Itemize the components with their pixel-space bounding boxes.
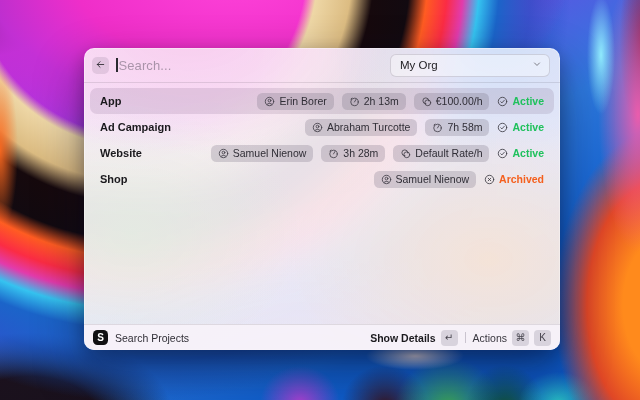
project-row[interactable]: Ad CampaignAbraham Turcotte7h 58mActive xyxy=(90,114,554,140)
badge-text: Abraham Turcotte xyxy=(327,121,410,133)
project-name: Website xyxy=(100,147,142,159)
badge-text: Samuel Nienow xyxy=(396,173,470,185)
user-icon xyxy=(381,174,392,185)
time-icon xyxy=(349,96,360,107)
actions-menu-action[interactable]: Actions ⌘ K xyxy=(473,330,551,346)
user-icon xyxy=(264,96,275,107)
time-icon xyxy=(328,148,339,159)
project-row[interactable]: ShopSamuel NienowArchived xyxy=(90,166,554,192)
badge-text: Erin Borer xyxy=(279,95,326,107)
user-icon xyxy=(312,122,323,133)
status-badge: Active xyxy=(497,147,544,159)
empty-results-area xyxy=(84,192,560,324)
k-key-icon: K xyxy=(534,330,551,346)
user-badge: Samuel Nienow xyxy=(374,171,477,188)
status-badge: Active xyxy=(497,121,544,133)
project-name: App xyxy=(100,95,121,107)
time-icon xyxy=(432,122,443,133)
rate-icon xyxy=(400,148,411,159)
status-label: Active xyxy=(512,121,544,133)
row-meta: Samuel NienowArchived xyxy=(374,171,544,188)
user-badge: Erin Borer xyxy=(257,93,333,110)
search-command-palette: Search... My Org AppErin Borer2h 13m€100… xyxy=(84,48,560,350)
project-name: Shop xyxy=(100,173,128,185)
show-details-action[interactable]: Show Details ↵ xyxy=(370,330,457,346)
status-label: Archived xyxy=(499,173,544,185)
check-circle-icon xyxy=(497,148,508,159)
palette-header: Search... My Org xyxy=(84,48,560,83)
check-circle-icon xyxy=(497,96,508,107)
rate-badge: €100.00/h xyxy=(414,93,490,110)
time-badge: 2h 13m xyxy=(342,93,406,110)
status-badge: Archived xyxy=(484,173,544,185)
actions-label: Actions xyxy=(473,332,507,344)
row-meta: Abraham Turcotte7h 58mActive xyxy=(305,119,544,136)
rate-badge: Default Rate/h xyxy=(393,145,489,162)
project-name: Ad Campaign xyxy=(100,121,171,133)
arrow-left-icon xyxy=(95,56,106,74)
x-circle-icon xyxy=(484,174,495,185)
row-meta: Samuel Nienow3h 28mDefault Rate/hActive xyxy=(211,145,544,162)
check-circle-icon xyxy=(497,122,508,133)
search-input[interactable]: Search... xyxy=(116,58,383,73)
app-logo-icon: S xyxy=(93,330,108,345)
badge-text: 2h 13m xyxy=(364,95,399,107)
show-details-label: Show Details xyxy=(370,332,435,344)
user-icon xyxy=(218,148,229,159)
status-label: Active xyxy=(512,95,544,107)
search-placeholder: Search... xyxy=(119,58,172,73)
return-key-icon: ↵ xyxy=(441,330,458,346)
chevron-down-icon xyxy=(532,59,542,71)
badge-text: 7h 58m xyxy=(447,121,482,133)
footer-actions: Show Details ↵ Actions ⌘ K xyxy=(370,330,551,346)
back-button[interactable] xyxy=(92,57,109,74)
project-list: AppErin Borer2h 13m€100.00/hActiveAd Cam… xyxy=(84,83,560,192)
status-badge: Active xyxy=(497,95,544,107)
badge-text: €100.00/h xyxy=(436,95,483,107)
time-badge: 3h 28m xyxy=(321,145,385,162)
palette-footer: S Search Projects Show Details ↵ Actions… xyxy=(84,324,560,350)
project-row[interactable]: AppErin Borer2h 13m€100.00/hActive xyxy=(90,88,554,114)
user-badge: Samuel Nienow xyxy=(211,145,314,162)
row-meta: Erin Borer2h 13m€100.00/hActive xyxy=(257,93,544,110)
rate-icon xyxy=(421,96,432,107)
time-badge: 7h 58m xyxy=(425,119,489,136)
org-select-value: My Org xyxy=(400,59,438,71)
org-select[interactable]: My Org xyxy=(390,54,550,77)
badge-text: Default Rate/h xyxy=(415,147,482,159)
status-label: Active xyxy=(512,147,544,159)
context-label: Search Projects xyxy=(115,332,189,344)
text-cursor xyxy=(116,58,118,72)
project-row[interactable]: WebsiteSamuel Nienow3h 28mDefault Rate/h… xyxy=(90,140,554,166)
badge-text: 3h 28m xyxy=(343,147,378,159)
desktop-screen: Search... My Org AppErin Borer2h 13m€100… xyxy=(0,0,640,400)
footer-divider xyxy=(465,332,466,343)
command-key-icon: ⌘ xyxy=(512,330,529,346)
badge-text: Samuel Nienow xyxy=(233,147,307,159)
user-badge: Abraham Turcotte xyxy=(305,119,417,136)
